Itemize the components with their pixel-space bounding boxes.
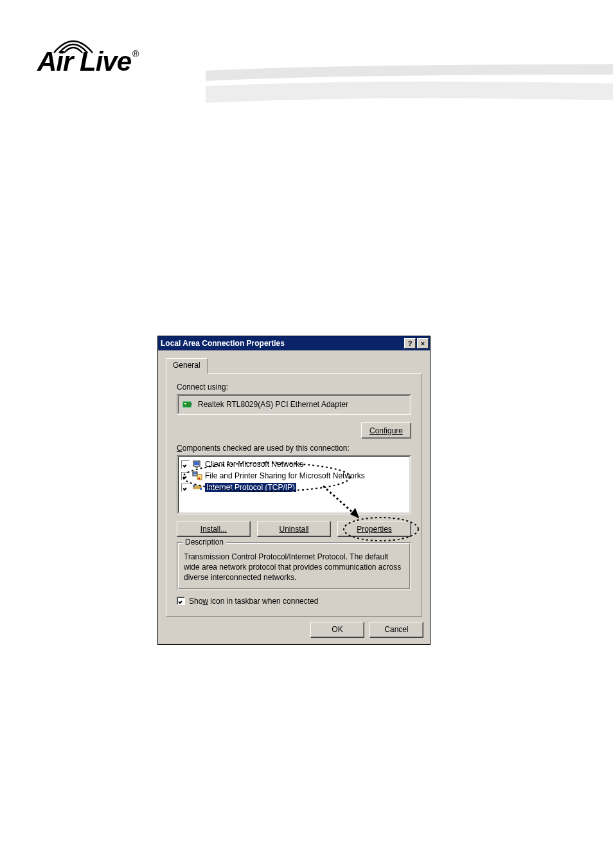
share-icon (192, 471, 202, 481)
svg-rect-4 (194, 462, 199, 465)
svg-rect-1 (191, 403, 192, 406)
nic-icon (182, 399, 193, 410)
components-list[interactable]: Client for Microsoft NetworksFile and Pr… (177, 455, 411, 514)
adapter-name: Realtek RTL8029(AS) PCI Ethernet Adapter (198, 400, 348, 409)
connect-using-label: Connect using: (177, 383, 411, 392)
adapter-field: Realtek RTL8029(AS) PCI Ethernet Adapter (177, 394, 411, 415)
description-text: Transmission Control Protocol/Internet P… (184, 552, 404, 583)
svg-rect-12 (193, 485, 195, 487)
brand-logo: Air Live® (37, 37, 138, 77)
component-label: File and Printer Sharing for Microsoft N… (205, 471, 365, 480)
svg-rect-7 (193, 473, 197, 475)
net-icon (192, 482, 202, 493)
show-icon-label: Show icon in taskbar when connected (189, 597, 318, 606)
svg-rect-5 (195, 467, 198, 468)
uninstall-button[interactable]: Uninstall (257, 521, 331, 537)
component-checkbox[interactable] (181, 460, 190, 469)
ok-button[interactable]: OK (310, 622, 364, 638)
tab-general[interactable]: General (166, 358, 208, 374)
header-swoosh-icon (206, 64, 613, 103)
component-item[interactable]: Client for Microsoft Networks (181, 458, 407, 470)
description-group: Description Transmission Control Protoco… (177, 542, 411, 590)
component-item[interactable]: File and Printer Sharing for Microsoft N… (181, 470, 407, 482)
svg-rect-2 (184, 403, 186, 404)
cancel-button[interactable]: Cancel (369, 622, 423, 638)
components-label: Components checked are used by this conn… (177, 444, 411, 453)
show-icon-checkbox[interactable] (177, 597, 185, 605)
brand-name: Air Live (37, 46, 131, 77)
component-checkbox[interactable] (181, 472, 190, 480)
svg-rect-13 (200, 488, 202, 490)
component-checkbox[interactable] (181, 484, 190, 492)
svg-rect-0 (183, 402, 191, 407)
component-label: Client for Microsoft Networks (205, 460, 303, 469)
properties-dialog: Local Area Connection Properties ? × Gen… (157, 336, 431, 645)
component-item[interactable]: Internet Protocol (TCP/IP) (181, 482, 407, 493)
component-label: Internet Protocol (TCP/IP) (205, 483, 296, 492)
page-header: Air Live® (0, 0, 613, 90)
svg-point-9 (199, 478, 200, 480)
configure-button[interactable]: Configure (361, 422, 411, 439)
dialog-titlebar[interactable]: Local Area Connection Properties ? × (158, 336, 430, 350)
dialog-title: Local Area Connection Properties (161, 339, 403, 348)
help-button[interactable]: ? (404, 338, 416, 348)
close-button[interactable]: × (417, 338, 429, 348)
properties-button[interactable]: Properties (337, 521, 411, 537)
registered-mark: ® (132, 49, 139, 59)
description-legend: Description (182, 538, 226, 547)
install-button[interactable]: Install... (177, 521, 251, 537)
tab-panel: Connect using: Realtek RTL8029(AS) PCI E… (166, 374, 422, 617)
tab-strip: General (166, 357, 422, 374)
monitor-icon (192, 459, 202, 469)
